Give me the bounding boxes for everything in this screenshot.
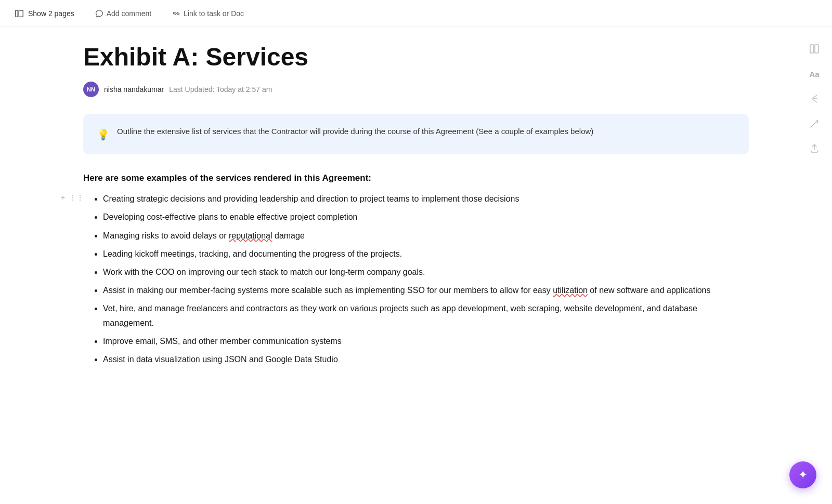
list-item: Assist in data visualization using JSON … — [103, 352, 749, 366]
comment-icon — [95, 9, 103, 18]
spellcheck-word: reputational — [229, 231, 272, 240]
list-item: Work with the COO on improving our tech … — [103, 265, 749, 279]
list-item: Assist in making our member-facing syste… — [103, 283, 749, 297]
list-item: Managing risks to avoid delays or reputa… — [103, 229, 749, 243]
section-heading: Here are some examples of the services r… — [83, 173, 749, 183]
document-title: Exhibit A: Services — [83, 43, 749, 71]
spellcheck-word: utilization — [553, 286, 588, 295]
pages-icon — [15, 9, 24, 18]
link-icon — [172, 9, 180, 18]
drag-block-button[interactable]: ⋮⋮ — [71, 192, 82, 203]
author-name: nisha nandakumar — [104, 85, 164, 94]
list-item: Creating strategic decisions and providi… — [103, 192, 749, 206]
hint-text: Outline the extensive list of services t… — [117, 125, 593, 138]
block-controls: + ⋮⋮ — [57, 192, 82, 203]
list-item: Leading kickoff meetings, tracking, and … — [103, 247, 749, 261]
svg-rect-1 — [19, 10, 23, 17]
link-task-button[interactable]: Link to task or Doc — [168, 7, 248, 20]
avatar: NN — [83, 82, 99, 97]
list-item: Vet, hire, and manage freelancers and co… — [103, 301, 749, 329]
list-container: + ⋮⋮ Creating strategic decisions and pr… — [83, 192, 749, 366]
services-list: Creating strategic decisions and providi… — [88, 192, 749, 366]
main-content: Exhibit A: Services NN nisha nandakumar … — [0, 27, 832, 504]
add-block-button[interactable]: + — [57, 192, 69, 203]
list-item: Improve email, SMS, and other member com… — [103, 334, 749, 348]
svg-rect-0 — [16, 10, 18, 17]
author-row: NN nisha nandakumar Last Updated: Today … — [83, 82, 749, 97]
hint-icon: 💡 — [97, 126, 110, 143]
list-item: Developing cost-effective plans to enabl… — [103, 210, 749, 224]
show-pages-button[interactable]: Show 2 pages — [10, 7, 79, 20]
hint-box: 💡 Outline the extensive list of services… — [83, 114, 749, 154]
add-comment-button[interactable]: Add comment — [91, 7, 155, 20]
ai-fab-button[interactable]: ✦ — [789, 461, 816, 488]
top-toolbar: Show 2 pages Add comment Link to task or… — [0, 0, 832, 27]
last-updated-label: Last Updated: Today at 2:57 am — [169, 85, 272, 94]
